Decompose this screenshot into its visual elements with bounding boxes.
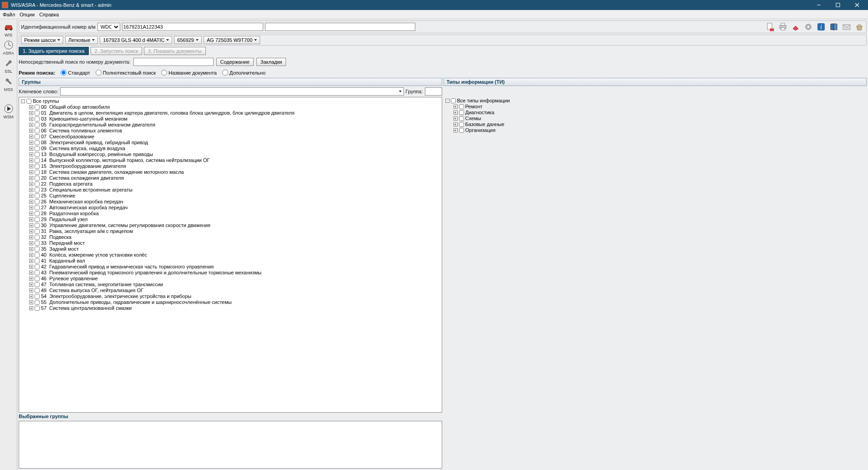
tree-checkbox[interactable] — [35, 205, 40, 210]
step1-button[interactable]: 1. Задать критерии поиска — [19, 47, 89, 55]
tree-node[interactable]: 42Гидравлический привод и механическая ч… — [29, 264, 440, 270]
groups-tree-wrap[interactable]: Все группы00Общий обзор автомобиля01Двиг… — [19, 97, 442, 413]
tree-checkbox[interactable] — [35, 229, 40, 234]
tree-checkbox[interactable] — [459, 122, 464, 127]
tree-checkbox[interactable] — [35, 170, 40, 175]
radio-doctitle-input[interactable] — [161, 70, 167, 76]
tree-node[interactable]: 06Система топливных элементов — [29, 128, 440, 134]
basket-icon[interactable] — [854, 22, 864, 32]
radio-standard-input[interactable] — [61, 70, 66, 76]
expand-icon[interactable] — [29, 129, 33, 133]
tree-checkbox[interactable] — [35, 247, 40, 252]
expand-icon[interactable] — [29, 182, 33, 186]
minimize-button[interactable] — [810, 0, 828, 10]
tree-node[interactable]: 31Рама, эксплуатация а/м с прицепом — [29, 228, 440, 234]
itypes-node[interactable]: Ремонт — [454, 104, 865, 110]
tree-checkbox[interactable] — [35, 294, 40, 299]
nav-ssl[interactable]: SSL — [1, 57, 16, 75]
chassis-mode-button[interactable]: Режим шасси — [21, 36, 63, 44]
gear-icon[interactable] — [803, 22, 813, 32]
tree-node[interactable]: 26Механическая коробка передач — [29, 199, 440, 205]
expand-icon[interactable] — [29, 217, 33, 222]
tree-checkbox[interactable] — [35, 116, 40, 121]
radio-standard[interactable]: Стандарт — [61, 70, 90, 76]
expand-icon[interactable] — [29, 158, 33, 162]
tree-checkbox[interactable] — [35, 164, 40, 169]
tree-node[interactable]: 47Топливная система, энергопитание транс… — [29, 282, 440, 288]
tree-checkbox[interactable] — [35, 241, 40, 246]
itypes-node[interactable]: Базовые данные — [454, 121, 865, 127]
chassis-model-button[interactable]: 167923 GLS 400 d 4MATIC — [100, 36, 172, 44]
expand-icon[interactable] — [454, 116, 458, 121]
expand-icon[interactable] — [29, 200, 33, 204]
expand-icon[interactable] — [29, 206, 33, 210]
keyword-combo[interactable] — [60, 87, 404, 96]
tree-checkbox[interactable] — [35, 193, 40, 198]
tree-checkbox[interactable] — [35, 288, 40, 293]
tree-node[interactable]: 09Система впуска, наддув воздуха — [29, 146, 440, 152]
tree-node[interactable]: 40Колёса, измерение углов установки колё… — [29, 252, 440, 258]
nav-asra[interactable]: ASRA — [1, 39, 16, 56]
tree-checkbox[interactable] — [35, 158, 40, 163]
keyword-input[interactable] — [60, 87, 404, 96]
expand-icon[interactable] — [29, 141, 33, 145]
tree-checkbox[interactable] — [459, 128, 464, 133]
tree-node[interactable]: 46Рулевое управление — [29, 276, 440, 282]
tree-checkbox[interactable] — [35, 253, 40, 258]
tree-checkbox[interactable] — [459, 104, 464, 109]
tree-node[interactable]: 57Система централизованной смазки — [29, 305, 440, 311]
tree-checkbox[interactable] — [35, 276, 40, 281]
tree-node[interactable]: 49Система выпуска ОГ, нейтрализация ОГ — [29, 288, 440, 293]
docnumber-input[interactable] — [133, 58, 214, 66]
menu-options[interactable]: Опции — [20, 12, 35, 17]
tree-node[interactable]: 43Пневматический привод тормозного управ… — [29, 270, 440, 276]
tree-node[interactable]: 00Общий обзор автомобиля — [29, 104, 440, 110]
tree-node[interactable]: 29Педальный узел — [29, 217, 440, 222]
chassis-type-button[interactable]: Легковые — [65, 36, 98, 44]
tree-node[interactable]: 55Дополнительные приводы, гидравлические… — [29, 299, 440, 305]
tree-checkbox[interactable] — [35, 105, 40, 110]
expand-icon[interactable] — [29, 135, 33, 139]
tree-node[interactable]: 41Карданный вал — [29, 258, 440, 264]
tree-node[interactable]: 18Система смазки двигателя, охлаждение м… — [29, 169, 440, 175]
nav-wis[interactable]: WIS — [1, 21, 16, 38]
tree-checkbox[interactable] — [35, 235, 40, 240]
group-input[interactable] — [425, 87, 442, 96]
tree-checkbox[interactable] — [35, 152, 40, 157]
tree-checkbox[interactable] — [35, 264, 40, 269]
tree-checkbox[interactable] — [35, 270, 40, 275]
tree-node[interactable]: 13Воздушный компрессор, ремённые приводы — [29, 152, 440, 157]
collapse-icon[interactable] — [445, 99, 449, 103]
expand-icon[interactable] — [29, 300, 33, 304]
eraser-icon[interactable] — [791, 22, 801, 32]
tree-node[interactable]: 27Автоматическая коробка передач — [29, 205, 440, 211]
tree-checkbox[interactable] — [35, 182, 40, 187]
nav-wsm[interactable]: WSM — [1, 103, 16, 120]
tree-node[interactable]: 32Подвеска — [29, 234, 440, 240]
tree-checkbox[interactable] — [35, 176, 40, 181]
tree-checkbox[interactable] — [35, 306, 40, 311]
radio-extra[interactable]: Дополнительно — [222, 70, 266, 76]
tree-node[interactable]: 28Раздаточная коробка — [29, 211, 440, 217]
expand-icon[interactable] — [29, 294, 33, 298]
expand-icon[interactable] — [29, 105, 33, 109]
tree-node[interactable]: 23Специальные встроенные агрегаты — [29, 187, 440, 193]
radio-fulltext-input[interactable] — [96, 70, 102, 76]
mail-icon[interactable] — [842, 22, 852, 32]
tree-node[interactable]: 14Выпускной коллектор, моторный тормоз, … — [29, 157, 440, 163]
expand-icon[interactable] — [29, 188, 33, 192]
expand-icon[interactable] — [454, 111, 458, 115]
tree-node[interactable]: 08Электрический привод, гибридный привод — [29, 140, 440, 146]
tree-checkbox[interactable] — [35, 187, 40, 192]
itypes-node[interactable]: Диагностика — [454, 110, 865, 116]
content-button[interactable]: Содержание — [216, 58, 254, 66]
book-icon[interactable] — [829, 22, 839, 32]
tree-node[interactable]: 07Смесеобразование — [29, 134, 440, 140]
expand-icon[interactable] — [29, 283, 33, 287]
tree-checkbox[interactable] — [35, 223, 40, 228]
expand-icon[interactable] — [29, 235, 33, 239]
vin-input[interactable] — [122, 23, 263, 31]
expand-icon[interactable] — [29, 152, 33, 157]
expand-icon[interactable] — [29, 229, 33, 233]
tree-checkbox[interactable] — [35, 140, 40, 145]
